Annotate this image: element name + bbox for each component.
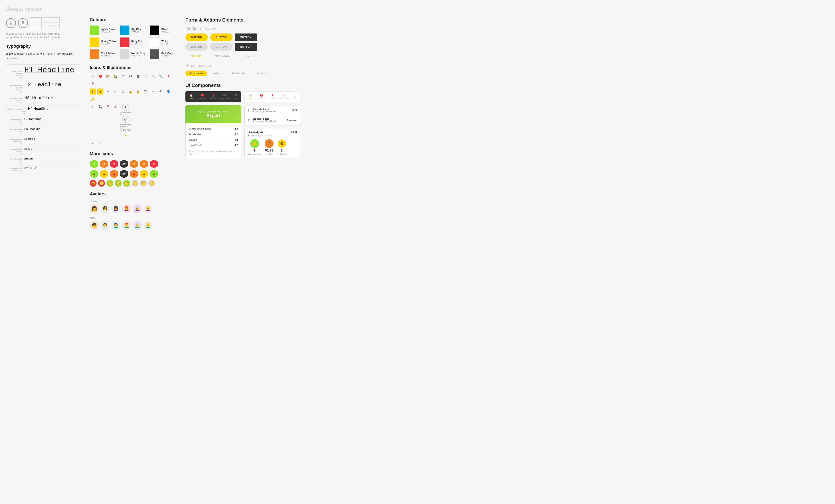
happy-green-face-2: 😊 <box>115 180 122 187</box>
color-dark-grey: Dark Grey #555454 <box>150 49 178 59</box>
hard-brakes-icon: ⚙ <box>277 139 286 148</box>
notif-item-2[interactable]: ⬆ Car parked near Shikaripalya Main Road… <box>245 115 300 125</box>
hex-green-car-2: 🚗 <box>149 169 158 178</box>
nav-home-active[interactable]: 🏠 Home <box>185 93 197 100</box>
h5-specimen: H5 Headline <box>24 117 41 121</box>
dark-grey-swatch <box>150 49 159 59</box>
chevron-up-icon: ▲ <box>97 88 103 95</box>
h2-specimen: H2 Headline <box>24 82 61 88</box>
nav-my-trips-white[interactable]: 📍 My Trips <box>267 93 278 100</box>
nav-car-health-white[interactable]: ❤️ Car Health <box>256 93 267 100</box>
icons-row-4: ‹ ↑ ↓ <box>90 140 178 146</box>
person-icon: 👤 <box>165 88 171 95</box>
chevron-left2-icon: ‹ <box>90 140 96 146</box>
male-avatar-2: 👨‍💼 <box>101 221 110 230</box>
female-avatar-4: 👩‍🦰 <box>122 204 131 213</box>
trips-nav-label: My Trips <box>210 97 216 99</box>
nav-driving-trends-white[interactable]: ⏱ Driving Trends <box>278 93 289 100</box>
location-outline-icon: 📍 <box>105 104 111 110</box>
app-card-column: Naveen, you're driving like an Expert Ov… <box>185 105 241 159</box>
braking-score-value: 8.2 <box>235 138 238 141</box>
overall-score-label: Overall Driving Score <box>189 127 211 130</box>
text-disabled-btn[interactable]: DISABLE <box>239 53 261 60</box>
icons-heading: Icons & Illustrations <box>90 65 178 70</box>
female-avatar-1: 👩 <box>90 204 99 213</box>
text-secondary-btn[interactable]: SECONDARY <box>209 53 236 60</box>
page-title: Design system <box>6 6 829 12</box>
hex-red-speed-2: ⏱ <box>149 160 158 168</box>
medium-primary-yellow-btn-1[interactable]: BUTTON <box>185 34 208 41</box>
text-medium-btn[interactable]: MEDIUM <box>185 53 207 60</box>
medium-secondary-btn-1[interactable]: BUTTON <box>185 43 208 51</box>
home-outline-icon: 🏠 <box>105 73 111 79</box>
live-stat-idle-time: ⏱ 01:23 Idle Time <box>265 139 273 155</box>
h6-specimen: H6 Headline <box>24 127 40 130</box>
middle-column: Colours Apple Green #8CE32B Sky Blue #00… <box>90 17 178 233</box>
idle-time-label: Idle Time <box>266 153 273 155</box>
trends-white-label: Driving Trends <box>278 98 289 100</box>
small-small-btn[interactable]: SMALL <box>209 70 225 76</box>
typography-heading: Typography <box>6 44 82 49</box>
notif-1-content: Car parked near Shikaripalya Main Road <box>252 108 289 113</box>
small-faltu-btn[interactable]: Faltu CTA <box>185 70 207 76</box>
hex-dark-10-2: 10.00 <box>120 169 128 178</box>
hex-dark-10: 10.00 <box>120 160 128 168</box>
atoms-row: ◎ ⠿ <box>6 17 82 29</box>
small-disabled-btn[interactable]: DISABLED <box>252 70 272 76</box>
home-white-nav-label: Home <box>248 98 252 100</box>
notif-item-1[interactable]: ⬆ Car parked near Shikaripalya Main Road… <box>245 105 300 115</box>
small-label-row: Small 180px width <box>185 63 829 68</box>
medium-dark-btn-2[interactable]: BUTTON <box>235 43 257 51</box>
braking-score-row: Braking 8.2 <box>189 137 238 143</box>
male-label: Male <box>90 217 178 219</box>
nav-my-trips[interactable]: 📍 My Trips <box>208 93 219 100</box>
notif-1-title: Car parked near <box>252 108 289 110</box>
atom-dots-icon: ⠿ <box>18 18 28 28</box>
type-row-h1: Wipro Akkurat Mono TT Regular 96 H1 Head… <box>6 65 82 81</box>
heart-outline-icon: 🤍 <box>90 73 96 79</box>
color-marble-grey: Marble Grey #D8D8D8 <box>120 49 147 59</box>
nav-car-health[interactable]: ❤️ Car Health <box>197 93 208 100</box>
live-title-row: Live insights 24:02 <box>247 131 297 134</box>
smoothness-score-label: Smoothness <box>189 144 202 146</box>
speedometer-outline-icon: ⏱ <box>120 73 126 79</box>
braking-score-label: Braking <box>189 138 197 141</box>
home-nav-label: Home <box>189 97 193 99</box>
nav-home-white-active[interactable]: 🏠 Home <box>245 93 256 100</box>
medium-dark-btn-1[interactable]: BUTTON <box>235 34 257 41</box>
live-location: 📍 Shikaripalya Main Road <box>247 135 297 137</box>
car-health-white-label: Car Health <box>258 98 265 100</box>
wrench-yellow-icon: 🔧 <box>158 73 164 79</box>
color-black: Black #000000 <box>150 25 178 35</box>
medium-primary-yellow-btn-2[interactable]: BUTTON <box>210 34 232 41</box>
idle-time-icon: ⏱ <box>265 139 273 148</box>
small-secondary-btn[interactable]: SECONDARY <box>228 70 250 76</box>
banner-main-text: Expert <box>189 113 238 118</box>
overall-score-value: 8.2 <box>235 127 238 130</box>
ruby-red-swatch <box>120 38 129 47</box>
neutral-gray-face: 😐 <box>131 180 138 187</box>
bottom-ui-row: Naveen, you're driving like an Expert Ov… <box>185 105 829 159</box>
nav-more[interactable]: ☰ More <box>230 93 241 100</box>
hex-icons-row-2: 🚗 🚗 🚗 10.00 🚗 🚗 🚗 <box>90 169 178 178</box>
medium-secondary-btn-2[interactable]: BUTTON <box>210 43 232 51</box>
accel-score-row: Acceleration 8.2 <box>189 132 238 137</box>
key-icon: 🔑 <box>90 96 96 102</box>
atom-circle-icon: ◎ <box>6 18 16 28</box>
hex-green-car-1: 🚗 <box>90 169 99 178</box>
nav-driving-trends[interactable]: ⏱ Driving Trends <box>219 93 230 100</box>
arrow-up-icon: ↑ <box>97 140 103 146</box>
notification-list: ⬆ Car parked near Shikaripalya Main Road… <box>244 105 300 125</box>
medium-size-label: Medium <box>185 26 201 31</box>
icons-section: Icons & Illustrations 🤍 ❤️ 🏠 🏡 ⏱ ⏱ ☰ ≡ 🔧… <box>90 65 178 146</box>
h4-specimen: H4 Headline <box>28 107 48 111</box>
male-avatar-6: 👨‍🦲 <box>144 221 153 230</box>
hex-amber-speed-3: ⏱ <box>140 160 148 168</box>
share-android-item: ⬡ Share Icon forAndroid <box>120 116 131 127</box>
type-row-h3: Wipro Akkurat TT Regular 48 H3 Headline <box>6 95 82 105</box>
hex-yellow-car-2: 🚗 <box>140 169 148 178</box>
type-row-h6: Wipro Akkurat TT Bold 20 H6 Headline <box>6 126 82 136</box>
nav-more-white[interactable]: ☰ More <box>289 93 300 100</box>
color-vivid-amber: Vivid Amber #F58323 <box>90 49 118 59</box>
trips-nav-icon: 📍 <box>212 94 215 97</box>
